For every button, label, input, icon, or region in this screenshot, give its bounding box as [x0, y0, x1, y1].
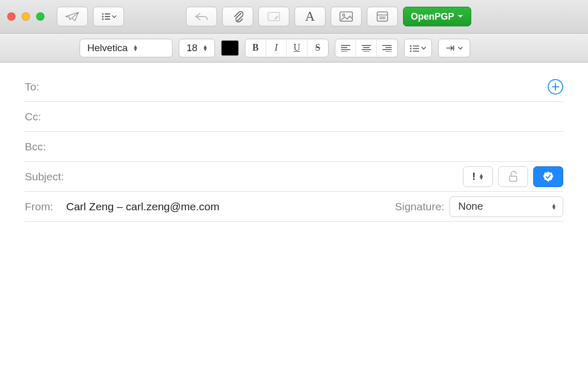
svg-rect-5: [105, 19, 110, 20]
to-row: To:: [25, 72, 563, 102]
svg-point-2: [102, 16, 103, 17]
font-size-select[interactable]: 18 ▲▼: [179, 39, 215, 57]
window-controls: [7, 12, 44, 21]
align-right-icon: [382, 44, 392, 52]
underline-button[interactable]: U: [287, 39, 307, 57]
svg-point-29: [410, 50, 412, 52]
chevron-down-icon: [458, 47, 463, 50]
subject-input[interactable]: [76, 162, 458, 191]
paperclip-icon: [232, 10, 243, 23]
svg-point-8: [343, 14, 345, 16]
paper-plane-icon: [65, 11, 80, 22]
bcc-input[interactable]: [66, 132, 563, 161]
message-body[interactable]: [25, 222, 563, 346]
from-row: From: Carl Zeng – carl.zeng@me.com Signa…: [25, 192, 563, 222]
indent-group: [438, 39, 470, 57]
alignment-group: [335, 39, 398, 57]
stationery-icon: [376, 11, 389, 22]
window-titlebar: A OpenPGP: [0, 0, 588, 34]
signature-label: Signature:: [395, 200, 444, 213]
priority-select[interactable]: ! ▲▼: [463, 166, 493, 187]
letter-a-icon: A: [305, 9, 315, 24]
stepper-icon: ▲▼: [133, 45, 138, 51]
cc-input[interactable]: [66, 102, 563, 131]
cc-row: Cc:: [25, 102, 563, 132]
list-style-button[interactable]: [405, 39, 431, 57]
svg-point-25: [410, 45, 412, 47]
header-fields-button[interactable]: [93, 7, 124, 26]
openpgp-label: OpenPGP: [411, 11, 454, 22]
list-dropdown-icon: [101, 12, 116, 21]
svg-point-27: [410, 48, 412, 49]
svg-rect-9: [377, 12, 388, 21]
to-label: To:: [25, 81, 61, 93]
italic-button[interactable]: I: [266, 39, 287, 57]
stationery-button[interactable]: [367, 7, 398, 26]
bcc-label: Bcc:: [25, 141, 61, 153]
subject-label: Subject:: [25, 171, 71, 183]
priority-symbol: !: [472, 171, 476, 182]
photo-browser-button[interactable]: [331, 7, 362, 26]
plus-icon: [551, 83, 560, 91]
align-left-button[interactable]: [335, 39, 356, 57]
svg-rect-3: [105, 16, 110, 17]
align-center-button[interactable]: [356, 39, 377, 57]
text-style-group: B I U S: [245, 39, 329, 57]
indent-button[interactable]: [439, 39, 470, 57]
bcc-row: Bcc:: [25, 132, 563, 162]
text-color-picker[interactable]: [221, 40, 239, 56]
subject-row: Subject: ! ▲▼: [25, 162, 563, 192]
photo-icon: [339, 11, 353, 22]
chevron-down-icon: [421, 47, 426, 50]
close-window-button[interactable]: [7, 12, 16, 21]
align-right-button[interactable]: [377, 39, 397, 57]
sign-button[interactable]: [533, 166, 563, 187]
zoom-window-button[interactable]: [36, 12, 44, 21]
format-toolbar: Helvetica ▲▼ 18 ▲▼ B I U S: [0, 34, 588, 63]
stepper-icon: ▲▼: [203, 45, 208, 51]
bullet-list-icon: [410, 44, 419, 52]
from-value[interactable]: Carl Zeng – carl.zeng@me.com: [66, 200, 220, 213]
indent-icon: [445, 45, 456, 51]
svg-rect-1: [105, 13, 110, 14]
add-recipient-button[interactable]: [548, 79, 563, 95]
compose-area: To: Cc: Bcc: Subject: ! ▲▼: [0, 63, 588, 355]
cc-label: Cc:: [25, 111, 61, 123]
chevron-down-icon: [457, 14, 463, 19]
openpgp-button[interactable]: OpenPGP: [403, 7, 471, 26]
encrypt-button[interactable]: [498, 166, 528, 187]
attach-button[interactable]: [222, 7, 253, 26]
align-left-icon: [341, 44, 350, 52]
markup-button[interactable]: [258, 7, 289, 26]
to-input[interactable]: [66, 72, 543, 101]
reply-arrow-icon: [195, 12, 208, 21]
svg-rect-34: [509, 176, 517, 181]
minimize-window-button[interactable]: [22, 12, 30, 21]
lock-open-icon: [508, 171, 518, 182]
stepper-icon: ▲▼: [478, 174, 484, 180]
svg-point-4: [102, 18, 103, 20]
bold-button[interactable]: B: [245, 39, 266, 57]
font-size-value: 18: [187, 42, 197, 54]
signature-value: None: [458, 200, 483, 212]
strikethrough-button[interactable]: S: [307, 39, 328, 57]
align-center-icon: [362, 44, 371, 52]
from-label: From:: [25, 200, 61, 213]
signature-select[interactable]: None ▲▼: [450, 196, 563, 217]
list-group: [404, 39, 432, 57]
format-button[interactable]: A: [295, 7, 326, 26]
font-family-value: Helvetica: [87, 42, 128, 54]
stepper-icon: ▲▼: [551, 204, 556, 210]
reply-button[interactable]: [186, 7, 217, 26]
seal-check-icon: [542, 171, 554, 183]
send-button[interactable]: [57, 7, 88, 26]
svg-point-0: [102, 13, 103, 14]
font-family-select[interactable]: Helvetica ▲▼: [80, 39, 173, 57]
markup-icon: [267, 11, 281, 22]
